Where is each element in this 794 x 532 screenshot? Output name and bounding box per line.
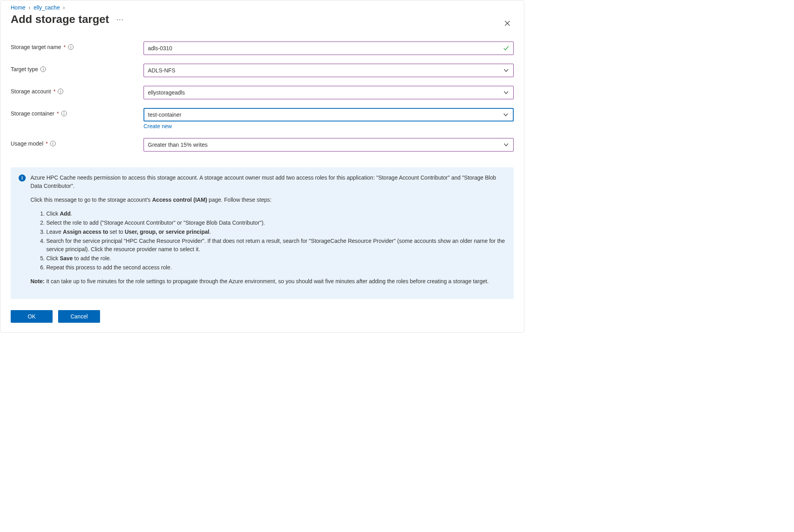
required-indicator: * [53,88,55,95]
required-indicator: * [57,110,59,117]
usage-model-label: Usage model * i [11,138,144,147]
breadcrumb: Home › elly_cache › [11,4,514,11]
add-storage-target-panel: Home › elly_cache › Add storage target ⋯… [0,0,524,333]
info-icon[interactable]: i [58,89,63,94]
required-indicator: * [64,44,66,50]
info-icon: i [19,174,26,182]
page-title: Add storage target [11,13,109,26]
info-note: Note: It can take up to five minutes for… [30,277,506,286]
storage-account-label: Storage account * i [11,86,144,95]
info-icon[interactable]: i [68,44,74,50]
storage-container-select[interactable]: test-container [144,108,514,121]
info-step: Select the role to add ("Storage Account… [46,219,506,227]
info-step: Repeat this process to add the second ac… [46,263,506,272]
info-click-instruction: Click this message to go to the storage … [30,196,506,204]
storage-target-name-input[interactable]: adls-0310 [144,42,514,55]
more-icon[interactable]: ⋯ [116,15,124,24]
chevron-down-icon [503,112,509,118]
info-intro: Azure HPC Cache needs permission to acce… [30,174,506,190]
permission-info-box[interactable]: i Azure HPC Cache needs permission to ac… [11,167,514,299]
cancel-button[interactable]: Cancel [58,310,100,323]
storage-account-select[interactable]: ellystorageadls [144,86,514,99]
ok-button[interactable]: OK [11,310,53,323]
target-type-label: Target type i [11,64,144,72]
chevron-right-icon: › [28,4,30,11]
close-icon [504,20,510,27]
chevron-down-icon [503,142,509,148]
chevron-right-icon: › [63,4,65,11]
info-step: Search for the service principal "HPC Ca… [46,237,506,254]
info-step: Click Save to add the role. [46,254,506,263]
storage-container-label: Storage container * i [11,108,144,117]
info-icon[interactable]: i [61,111,67,116]
chevron-down-icon [503,89,509,96]
info-content: Azure HPC Cache needs permission to acce… [30,174,506,291]
usage-model-select[interactable]: Greater than 15% writes [144,138,514,151]
close-button[interactable] [501,18,514,30]
create-new-container-link[interactable]: Create new [144,123,514,129]
info-icon[interactable]: i [50,141,56,146]
info-icon[interactable]: i [40,66,46,72]
breadcrumb-home[interactable]: Home [11,4,25,11]
info-step: Click Add. [46,210,506,218]
info-step: Leave Assign access to set to User, grou… [46,228,506,236]
footer-actions: OK Cancel [11,310,514,323]
info-steps: Click Add. Select the role to add ("Stor… [38,210,506,272]
required-indicator: * [46,140,48,147]
storage-target-name-label: Storage target name * i [11,42,144,50]
breadcrumb-cache[interactable]: elly_cache [34,4,60,11]
target-type-select[interactable]: ADLS-NFS [144,64,514,77]
chevron-down-icon [503,67,509,74]
check-icon [503,45,509,51]
